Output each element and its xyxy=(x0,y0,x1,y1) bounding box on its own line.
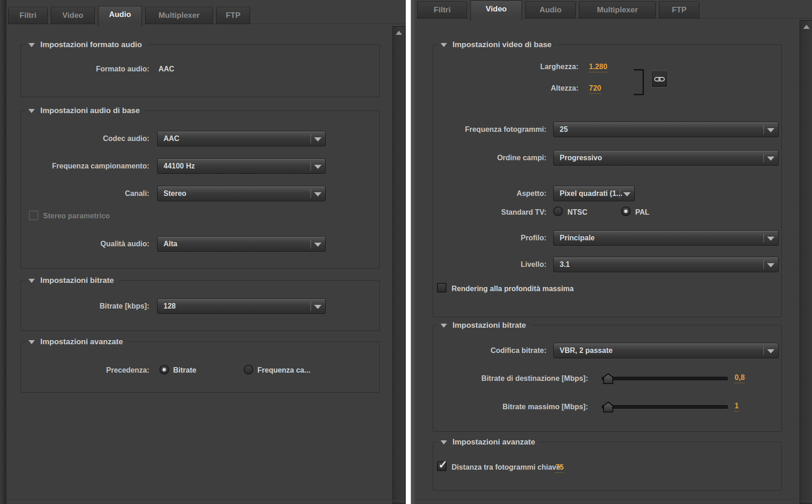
chevron-down-icon[interactable] xyxy=(314,192,322,196)
frame-rate-dropdown[interactable]: 25 xyxy=(553,122,779,137)
channels-dropdown[interactable]: Stereo xyxy=(157,186,326,201)
panel-bottom-groove xyxy=(6,500,406,500)
precedence-bitrate-label[interactable]: Bitrate xyxy=(173,366,196,375)
link-dimensions-button[interactable] xyxy=(651,71,668,87)
target-bitrate-value[interactable]: 0,8 xyxy=(735,373,745,383)
tab-audio[interactable]: Audio xyxy=(98,6,142,26)
aspect-label: Aspetto: xyxy=(438,189,546,198)
chevron-down-icon[interactable] xyxy=(767,263,774,267)
precedence-bitrate-radio[interactable] xyxy=(159,365,169,374)
tv-standard-pal-label[interactable]: PAL xyxy=(635,208,649,217)
keyframe-distance-checkbox[interactable]: ✓ xyxy=(437,461,447,471)
tv-standard-ntsc-radio[interactable] xyxy=(553,206,563,216)
width-label: Larghezza: xyxy=(438,62,578,71)
section-audio-bitrate: Impostazioni bitrate Bitrate [kbps]: 128 xyxy=(21,280,380,331)
profile-label: Profilo: xyxy=(438,233,546,243)
width-value[interactable]: 1.280 xyxy=(589,62,607,72)
aspect-dropdown[interactable]: Pixel quadrati (1... xyxy=(553,186,635,201)
chevron-down-icon[interactable] xyxy=(314,305,322,309)
field-order-dropdown[interactable]: Progressivo xyxy=(553,150,779,166)
tab-multiplexer[interactable]: Multiplexer xyxy=(579,1,656,19)
frame-rate-label: Frequenza fotogrammi: xyxy=(438,125,546,134)
scroll-up-icon[interactable] xyxy=(396,31,402,35)
max-bitrate-value[interactable]: 1 xyxy=(735,401,739,412)
precedence-frequency-label[interactable]: Frequenza ca... xyxy=(257,366,311,375)
section-title: Impostazioni audio di base xyxy=(40,106,140,115)
target-bitrate-slider[interactable] xyxy=(602,377,728,380)
section-audio-basic-header: Impostazioni audio di base xyxy=(26,105,145,116)
channels-dropdown-value: Stereo xyxy=(163,190,186,197)
collapse-triangle-icon[interactable] xyxy=(441,440,447,444)
radio-dot xyxy=(624,210,627,213)
chevron-down-icon[interactable] xyxy=(623,192,631,196)
collapse-triangle-icon[interactable] xyxy=(441,324,447,328)
audio-format-value: AAC xyxy=(158,65,174,74)
chevron-down-icon[interactable] xyxy=(314,243,322,247)
collapse-triangle-icon[interactable] xyxy=(28,109,35,113)
slider-thumb[interactable] xyxy=(603,373,613,384)
collapse-triangle-icon[interactable] xyxy=(441,43,447,47)
chevron-down-icon[interactable] xyxy=(767,237,774,241)
precedence-frequency-radio[interactable] xyxy=(244,365,253,374)
chevron-down-icon[interactable] xyxy=(314,165,322,169)
dropdown-separator xyxy=(311,189,311,198)
scroll-up-icon[interactable] xyxy=(803,25,810,29)
bitrate-encoding-dropdown[interactable]: VBR, 2 passate xyxy=(553,343,779,358)
section-audio-advanced-header: Impostazioni avanzate xyxy=(26,336,128,347)
sample-rate-dropdown[interactable]: 44100 Hz xyxy=(157,158,326,174)
dropdown-separator xyxy=(620,189,620,198)
field-order-dropdown-value: Progressivo xyxy=(560,154,602,162)
audio-format-label: Formato audio: xyxy=(27,65,149,74)
tab-filtri[interactable]: Filtri xyxy=(417,1,467,19)
panel-bottom-groove xyxy=(416,500,812,500)
codec-dropdown[interactable]: AAC xyxy=(157,131,326,146)
section-title: Impostazioni bitrate xyxy=(452,321,526,330)
tv-standard-label: Standard TV: xyxy=(438,208,546,217)
tab-multiplexer[interactable]: Multiplexer xyxy=(145,7,213,24)
max-depth-label[interactable]: Rendering alla profondità massima xyxy=(452,284,574,293)
bitrate-encoding-label: Codifica bitrate: xyxy=(438,346,546,355)
chevron-down-icon[interactable] xyxy=(767,128,774,132)
audio-panel-scrollbar[interactable] xyxy=(392,26,405,504)
video-panel-scrollbar[interactable] xyxy=(800,20,812,504)
section-video-bitrate-header: Impostazioni bitrate xyxy=(438,320,532,331)
section-audio-bitrate-header: Impostazioni bitrate xyxy=(26,275,120,286)
audio-quality-dropdown[interactable]: Alta xyxy=(157,236,326,252)
dimension-link-bracket xyxy=(634,69,644,95)
dropdown-separator xyxy=(763,233,764,243)
collapse-triangle-icon[interactable] xyxy=(28,279,35,283)
chevron-down-icon[interactable] xyxy=(767,349,774,353)
tab-filtri[interactable]: Filtri xyxy=(8,7,48,24)
max-bitrate-slider[interactable] xyxy=(602,405,728,409)
frame-rate-dropdown-value: 25 xyxy=(560,125,568,133)
keyframe-distance-value[interactable]: 75 xyxy=(556,463,564,473)
section-title: Impostazioni avanzate xyxy=(452,438,535,447)
tv-standard-ntsc-label[interactable]: NTSC xyxy=(567,208,588,217)
tv-standard-pal-radio[interactable] xyxy=(621,206,631,216)
tab-video[interactable]: Video xyxy=(51,7,95,24)
dropdown-separator xyxy=(311,302,311,311)
audio-bitrate-dropdown[interactable]: 128 xyxy=(157,298,326,314)
chevron-down-icon[interactable] xyxy=(767,157,774,161)
collapse-triangle-icon[interactable] xyxy=(28,43,35,47)
tab-video[interactable]: Video xyxy=(470,0,522,21)
tab-audio[interactable]: Audio xyxy=(525,1,576,19)
collapse-triangle-icon[interactable] xyxy=(28,340,35,344)
audio-quality-dropdown-value: Alta xyxy=(163,240,177,248)
level-dropdown[interactable]: 3.1 xyxy=(553,257,779,272)
panel-left-shadow xyxy=(411,0,416,504)
tab-ftp[interactable]: FTP xyxy=(216,7,250,24)
height-value[interactable]: 720 xyxy=(589,84,601,94)
field-order-label: Ordine campi: xyxy=(438,153,546,163)
profile-dropdown[interactable]: Principale xyxy=(553,230,779,246)
keyframe-distance-label[interactable]: Distanza tra fotogrammi chiave: xyxy=(452,463,563,472)
tab-ftp[interactable]: FTP xyxy=(659,1,699,19)
panel-left-edge xyxy=(0,0,6,504)
radio-dot xyxy=(163,368,166,371)
chevron-down-icon[interactable] xyxy=(314,137,322,141)
audio-settings-panel: Filtri Video Audio Multiplexer FTP Impos… xyxy=(0,0,406,504)
slider-thumb[interactable] xyxy=(603,401,613,412)
section-audio-format: Impostazioni formato audio Formato audio… xyxy=(21,44,380,97)
max-depth-checkbox[interactable] xyxy=(437,283,447,293)
codec-dropdown-value: AAC xyxy=(163,135,180,142)
